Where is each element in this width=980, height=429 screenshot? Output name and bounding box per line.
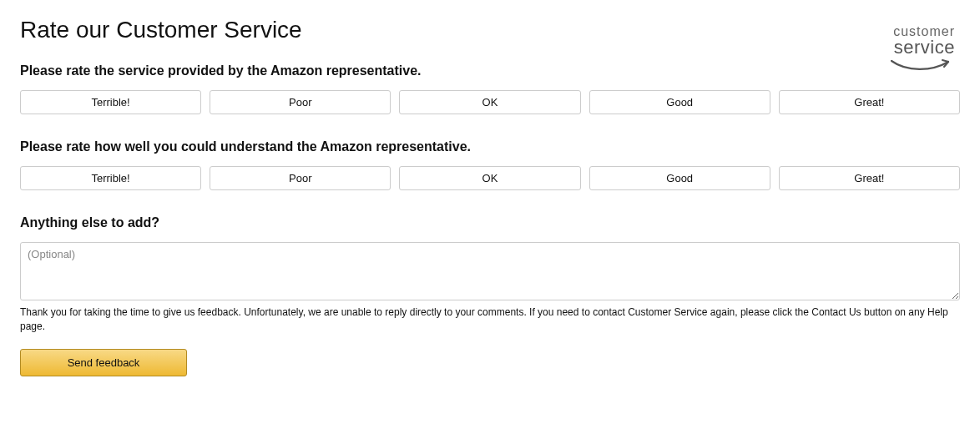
rating-terrible-button[interactable]: Terrible! <box>20 166 201 190</box>
service-rating-options: Terrible! Poor OK Good Great! <box>20 90 960 114</box>
rating-great-button[interactable]: Great! <box>779 166 960 190</box>
rating-great-button[interactable]: Great! <box>779 90 960 114</box>
rating-good-button[interactable]: Good <box>589 90 770 114</box>
comments-textarea[interactable] <box>20 242 960 300</box>
customer-service-logo: customer service <box>890 17 960 76</box>
smile-swoosh-icon <box>890 58 955 73</box>
rating-poor-button[interactable]: Poor <box>210 90 391 114</box>
page-title: Rate our Customer Service <box>20 17 890 43</box>
rating-ok-button[interactable]: OK <box>399 90 580 114</box>
question-service-rating: Please rate the service provided by the … <box>20 63 890 78</box>
question-understanding-rating: Please rate how well you could understan… <box>20 139 960 154</box>
understanding-rating-options: Terrible! Poor OK Good Great! <box>20 166 960 190</box>
rating-poor-button[interactable]: Poor <box>210 166 391 190</box>
question-comments: Anything else to add? <box>20 215 960 230</box>
send-feedback-button[interactable]: Send feedback <box>20 349 187 376</box>
rating-terrible-button[interactable]: Terrible! <box>20 90 201 114</box>
rating-good-button[interactable]: Good <box>589 166 770 190</box>
rating-ok-button[interactable]: OK <box>399 166 580 190</box>
disclaimer-text: Thank you for taking the time to give us… <box>20 305 960 334</box>
logo-text-2: service <box>890 38 955 57</box>
